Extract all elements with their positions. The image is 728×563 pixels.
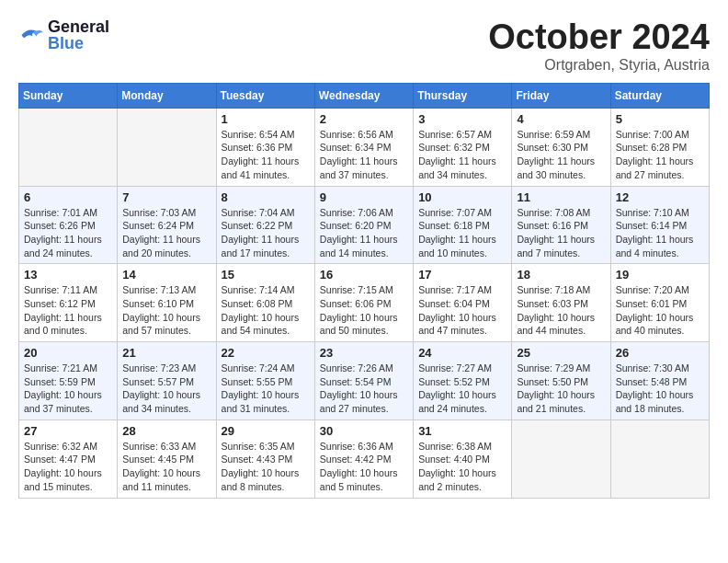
day-info: Sunrise: 6:38 AMSunset: 4:40 PMDaylight:… (418, 440, 506, 494)
day-number: 18 (517, 268, 605, 282)
col-saturday: Saturday (610, 83, 709, 108)
day-number: 6 (24, 190, 112, 204)
day-info: Sunrise: 7:15 AMSunset: 6:06 PMDaylight:… (320, 283, 408, 338)
day-info: Sunrise: 7:10 AMSunset: 6:14 PMDaylight:… (616, 206, 704, 260)
table-row: 18Sunrise: 7:18 AMSunset: 6:03 PMDayligh… (512, 264, 610, 342)
day-number: 14 (122, 268, 210, 282)
day-number: 8 (222, 190, 310, 204)
table-row: 8Sunrise: 7:04 AMSunset: 6:22 PMDaylight… (216, 186, 314, 264)
table-row: 29Sunrise: 6:35 AMSunset: 4:43 PMDayligh… (216, 419, 314, 498)
day-number: 29 (222, 424, 310, 438)
col-friday: Friday (512, 83, 610, 108)
table-row: 17Sunrise: 7:17 AMSunset: 6:04 PMDayligh… (414, 264, 512, 342)
table-row: 23Sunrise: 7:26 AMSunset: 5:54 PMDayligh… (314, 342, 413, 420)
table-row: 6Sunrise: 7:01 AMSunset: 6:26 PMDaylight… (19, 186, 118, 264)
day-info: Sunrise: 7:17 AMSunset: 6:04 PMDaylight:… (418, 283, 506, 338)
day-number: 12 (616, 190, 704, 204)
logo-blue: Blue (48, 35, 109, 52)
table-row (19, 108, 118, 186)
col-monday: Monday (118, 83, 216, 108)
day-number: 10 (418, 190, 506, 204)
day-number: 24 (418, 346, 506, 360)
calendar-week-row: 13Sunrise: 7:11 AMSunset: 6:12 PMDayligh… (19, 264, 710, 342)
table-row: 10Sunrise: 7:07 AMSunset: 6:18 PMDayligh… (414, 186, 512, 264)
logo: General Blue (18, 18, 109, 52)
day-number: 19 (616, 268, 704, 282)
day-number: 5 (616, 112, 704, 126)
day-info: Sunrise: 7:18 AMSunset: 6:03 PMDaylight:… (517, 283, 605, 338)
day-info: Sunrise: 6:33 AMSunset: 4:45 PMDaylight:… (122, 440, 210, 494)
calendar-week-row: 1Sunrise: 6:54 AMSunset: 6:36 PMDaylight… (19, 108, 710, 186)
col-thursday: Thursday (414, 83, 512, 108)
day-info: Sunrise: 7:26 AMSunset: 5:54 PMDaylight:… (320, 362, 408, 416)
table-row: 21Sunrise: 7:23 AMSunset: 5:57 PMDayligh… (118, 342, 216, 420)
table-row: 9Sunrise: 7:06 AMSunset: 6:20 PMDaylight… (314, 186, 413, 264)
day-number: 26 (616, 346, 704, 360)
table-row (118, 108, 216, 186)
table-row: 3Sunrise: 6:57 AMSunset: 6:32 PMDaylight… (414, 108, 512, 186)
table-row: 12Sunrise: 7:10 AMSunset: 6:14 PMDayligh… (610, 186, 709, 264)
day-info: Sunrise: 7:07 AMSunset: 6:18 PMDaylight:… (418, 206, 506, 260)
day-info: Sunrise: 7:04 AMSunset: 6:22 PMDaylight:… (222, 206, 310, 260)
table-row: 30Sunrise: 6:36 AMSunset: 4:42 PMDayligh… (314, 419, 413, 498)
day-info: Sunrise: 7:14 AMSunset: 6:08 PMDaylight:… (222, 283, 310, 338)
table-row: 2Sunrise: 6:56 AMSunset: 6:34 PMDaylight… (314, 108, 413, 186)
day-number: 30 (320, 424, 408, 438)
day-info: Sunrise: 6:35 AMSunset: 4:43 PMDaylight:… (222, 440, 310, 494)
table-row: 13Sunrise: 7:11 AMSunset: 6:12 PMDayligh… (19, 264, 118, 342)
calendar-week-row: 6Sunrise: 7:01 AMSunset: 6:26 PMDaylight… (19, 186, 710, 264)
day-info: Sunrise: 6:32 AMSunset: 4:47 PMDaylight:… (24, 440, 112, 494)
table-row: 14Sunrise: 7:13 AMSunset: 6:10 PMDayligh… (118, 264, 216, 342)
day-number: 3 (418, 112, 506, 126)
day-number: 15 (222, 268, 310, 282)
day-number: 17 (418, 268, 506, 282)
day-number: 27 (24, 424, 112, 438)
table-row: 19Sunrise: 7:20 AMSunset: 6:01 PMDayligh… (610, 264, 709, 342)
table-row: 15Sunrise: 7:14 AMSunset: 6:08 PMDayligh… (216, 264, 314, 342)
day-info: Sunrise: 7:06 AMSunset: 6:20 PMDaylight:… (320, 206, 408, 260)
day-info: Sunrise: 7:24 AMSunset: 5:55 PMDaylight:… (222, 362, 310, 416)
calendar-table: Sunday Monday Tuesday Wednesday Thursday… (18, 83, 710, 499)
day-info: Sunrise: 6:59 AMSunset: 6:30 PMDaylight:… (517, 128, 605, 182)
day-info: Sunrise: 7:20 AMSunset: 6:01 PMDaylight:… (616, 283, 704, 338)
day-number: 7 (122, 190, 210, 204)
day-number: 31 (418, 424, 506, 438)
table-row: 27Sunrise: 6:32 AMSunset: 4:47 PMDayligh… (19, 419, 118, 498)
table-row: 28Sunrise: 6:33 AMSunset: 4:45 PMDayligh… (118, 419, 216, 498)
day-info: Sunrise: 6:36 AMSunset: 4:42 PMDaylight:… (320, 440, 408, 494)
logo-bird-icon (18, 26, 44, 44)
day-number: 9 (320, 190, 408, 204)
table-row: 7Sunrise: 7:03 AMSunset: 6:24 PMDaylight… (118, 186, 216, 264)
day-number: 21 (122, 346, 210, 360)
table-row: 5Sunrise: 7:00 AMSunset: 6:28 PMDaylight… (610, 108, 709, 186)
month-title: October 2024 (488, 18, 710, 57)
day-number: 22 (222, 346, 310, 360)
col-tuesday: Tuesday (216, 83, 314, 108)
day-info: Sunrise: 7:27 AMSunset: 5:52 PMDaylight:… (418, 362, 506, 416)
day-info: Sunrise: 7:00 AMSunset: 6:28 PMDaylight:… (616, 128, 704, 182)
calendar-header-row: Sunday Monday Tuesday Wednesday Thursday… (19, 83, 710, 108)
day-number: 23 (320, 346, 408, 360)
day-info: Sunrise: 7:21 AMSunset: 5:59 PMDaylight:… (24, 362, 112, 416)
table-row: 24Sunrise: 7:27 AMSunset: 5:52 PMDayligh… (414, 342, 512, 420)
table-row (610, 419, 709, 498)
table-row: 25Sunrise: 7:29 AMSunset: 5:50 PMDayligh… (512, 342, 610, 420)
calendar-week-row: 20Sunrise: 7:21 AMSunset: 5:59 PMDayligh… (19, 342, 710, 420)
day-info: Sunrise: 7:03 AMSunset: 6:24 PMDaylight:… (122, 206, 210, 260)
day-number: 20 (24, 346, 112, 360)
table-row: 4Sunrise: 6:59 AMSunset: 6:30 PMDaylight… (512, 108, 610, 186)
header: General Blue October 2024 Ortgraben, Sty… (18, 18, 710, 74)
table-row: 31Sunrise: 6:38 AMSunset: 4:40 PMDayligh… (414, 419, 512, 498)
day-number: 11 (517, 190, 605, 204)
col-sunday: Sunday (19, 83, 118, 108)
day-number: 13 (24, 268, 112, 282)
day-number: 28 (122, 424, 210, 438)
table-row: 16Sunrise: 7:15 AMSunset: 6:06 PMDayligh… (314, 264, 413, 342)
calendar-week-row: 27Sunrise: 6:32 AMSunset: 4:47 PMDayligh… (19, 419, 710, 498)
day-number: 1 (222, 112, 310, 126)
table-row: 22Sunrise: 7:24 AMSunset: 5:55 PMDayligh… (216, 342, 314, 420)
day-info: Sunrise: 6:56 AMSunset: 6:34 PMDaylight:… (320, 128, 408, 182)
logo-general: General (48, 17, 109, 36)
col-wednesday: Wednesday (314, 83, 413, 108)
table-row: 20Sunrise: 7:21 AMSunset: 5:59 PMDayligh… (19, 342, 118, 420)
